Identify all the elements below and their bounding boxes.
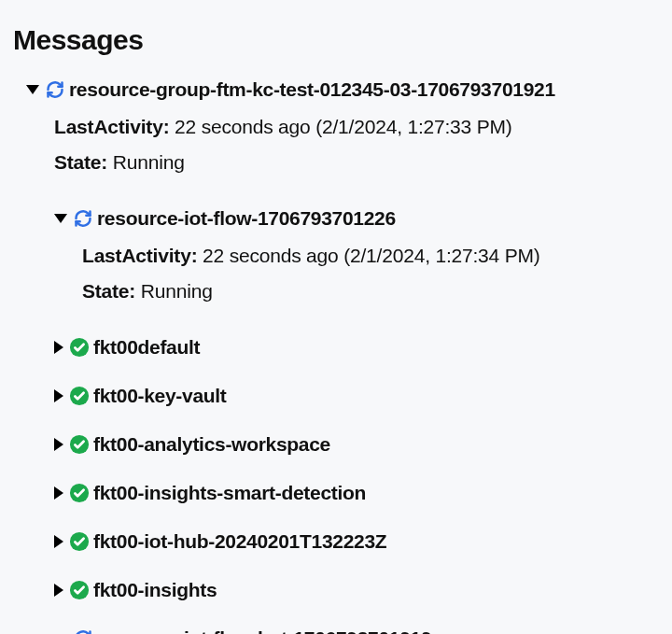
state-label: State: [82,280,135,302]
root-children: LastActivity: 22 seconds ago (2/1/2024, … [26,116,659,634]
check-circle-icon [69,531,90,552]
root-lastactivity-line: LastActivity: 22 seconds ago (2/1/2024, … [54,116,659,138]
nested-lastactivity-line: LastActivity: 22 seconds ago (2/1/2024, … [82,245,659,267]
state-label: State: [54,151,107,173]
lastactivity-label: LastActivity: [54,116,169,137]
nested-node-row[interactable]: resource-iot-flow-1706793701226 [54,205,659,232]
chevron-right-icon [54,341,63,354]
item-label: fkt00-insights-smart-detection [93,482,366,504]
item-row[interactable]: fkt00-analytics-workspace [54,431,659,458]
check-circle-icon [69,434,90,455]
root-state-line: State: Running [54,151,659,174]
item-row[interactable]: fkt00-iot-hub-20240201T132223Z [54,528,659,555]
nested-node-label: resource-iot-flow-1706793701226 [97,207,396,230]
item-label: fkt00-analytics-workspace [93,433,330,456]
item-label: fkt00-insights [93,579,217,601]
nested-state-value: Running [141,280,213,302]
nested-children: LastActivity: 22 seconds ago (2/1/2024, … [54,245,659,303]
last-node: resource-iot-flow-hot-1706793701919 [54,626,659,634]
root-state-value: Running [113,151,185,173]
item-label: fkt00default [93,336,200,359]
check-circle-icon [69,337,90,358]
lastactivity-label: LastActivity: [82,245,197,266]
tree-root-node: resource-group-ftm-kc-test-012345-03-170… [26,77,659,634]
chevron-right-icon [54,584,63,597]
last-node-row[interactable]: resource-iot-flow-hot-1706793701919 [54,626,659,634]
chevron-right-icon [54,486,63,500]
nested-state-line: State: Running [82,280,659,303]
item-node: fkt00-insights [54,577,659,603]
item-label: fkt00-iot-hub-20240201T132223Z [93,530,386,553]
chevron-down-icon [26,85,39,94]
page-title: Messages [13,24,659,56]
last-node-label: resource-iot-flow-hot-1706793701919 [97,627,431,634]
item-label: fkt00-key-vault [93,385,227,407]
nested-node: resource-iot-flow-1706793701226 LastActi… [54,205,659,303]
root-node-label: resource-group-ftm-kc-test-012345-03-170… [69,78,555,101]
check-circle-icon [69,580,90,600]
chevron-right-icon [54,535,63,548]
item-node: fkt00default [54,334,659,360]
check-circle-icon [69,483,90,503]
item-node: fkt00-analytics-workspace [54,431,659,458]
check-circle-icon [69,386,90,406]
item-row[interactable]: fkt00default [54,334,659,360]
item-row[interactable]: fkt00-insights-smart-detection [54,480,659,506]
root-node-row[interactable]: resource-group-ftm-kc-test-012345-03-170… [26,77,659,103]
item-node: fkt00-insights-smart-detection [54,480,659,506]
refresh-icon [73,628,93,634]
item-node: fkt00-iot-hub-20240201T132223Z [54,528,659,555]
nested-lastactivity-value: 22 seconds ago (2/1/2024, 1:27:34 PM) [203,245,540,266]
refresh-icon [73,208,93,229]
item-node: fkt00-key-vault [54,383,659,409]
chevron-right-icon [54,389,63,402]
chevron-down-icon [54,214,67,223]
root-lastactivity-value: 22 seconds ago (2/1/2024, 1:27:33 PM) [175,116,512,137]
refresh-icon [45,79,65,100]
chevron-right-icon [54,438,63,451]
item-row[interactable]: fkt00-key-vault [54,383,659,409]
item-row[interactable]: fkt00-insights [54,577,659,603]
